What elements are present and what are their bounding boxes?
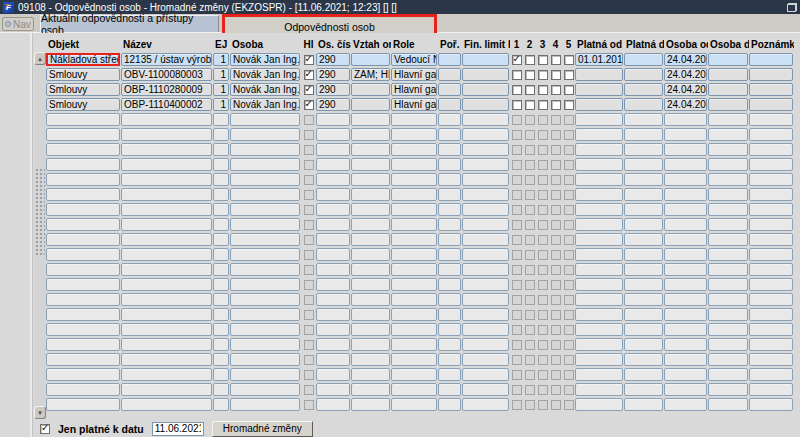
platna_do-cell bbox=[624, 368, 663, 381]
os_cislo-cell[interactable]: 290 bbox=[316, 98, 350, 111]
fin_limit-cell[interactable] bbox=[462, 98, 509, 111]
osoba-cell[interactable]: Novák Jan Ing. bbox=[230, 98, 300, 111]
c3-checkbox[interactable] bbox=[538, 70, 548, 80]
nazev-cell[interactable]: OBV-1100080003 bbox=[121, 68, 212, 81]
platna_od-cell[interactable] bbox=[575, 83, 623, 96]
osoba_do-cell bbox=[708, 173, 748, 186]
objekt-cell[interactable]: Nákladová střediska bbox=[46, 53, 120, 66]
restore-window-icon[interactable] bbox=[787, 3, 797, 12]
osoba_od-cell[interactable]: 24.04.2014 bbox=[664, 98, 707, 111]
osoba-cell[interactable]: Novák Jan Ing. bbox=[230, 53, 300, 66]
osoba-cell[interactable]: Novák Jan Ing. bbox=[230, 68, 300, 81]
hl-checkbox[interactable] bbox=[304, 55, 314, 65]
platna_od-cell[interactable]: 01.01.2014 bbox=[575, 53, 623, 66]
osoba_od-cell[interactable]: 24.04.2014 bbox=[664, 53, 707, 66]
c5-checkbox[interactable] bbox=[564, 55, 574, 65]
platna_do-cell[interactable] bbox=[624, 83, 663, 96]
osoba_do-cell[interactable] bbox=[708, 83, 748, 96]
bulk-changes-button[interactable]: Hromadné změny bbox=[212, 421, 313, 437]
ej-cell[interactable]: 1 bbox=[213, 68, 229, 81]
platna_do-cell[interactable] bbox=[624, 98, 663, 111]
only-valid-checkbox[interactable] bbox=[40, 424, 50, 434]
vztah_org-cell[interactable] bbox=[351, 83, 390, 96]
osoba_od-cell[interactable]: 24.04.2014 bbox=[664, 83, 707, 96]
c3-checkbox bbox=[538, 400, 548, 410]
c2-checkbox[interactable] bbox=[525, 85, 535, 95]
c3-checkbox[interactable] bbox=[538, 85, 548, 95]
osoba_do-cell[interactable] bbox=[708, 53, 748, 66]
c2-checkbox bbox=[525, 340, 535, 350]
role-cell[interactable]: Hlavní garant bbox=[391, 83, 437, 96]
vztah_org-cell bbox=[351, 338, 390, 351]
role-cell[interactable]: Vedoucí NS bbox=[391, 53, 437, 66]
nazev-cell[interactable]: OBP-1110400002 bbox=[121, 98, 212, 111]
os_cislo-cell[interactable]: 290 bbox=[316, 53, 350, 66]
c1-checkbox[interactable] bbox=[512, 85, 522, 95]
c3-checkbox[interactable] bbox=[538, 100, 548, 110]
c1-checkbox[interactable] bbox=[512, 55, 522, 65]
poznamka-cell bbox=[749, 338, 793, 351]
vztah_org-cell[interactable] bbox=[351, 53, 390, 66]
scroll-down-button[interactable]: ▼ bbox=[34, 406, 46, 419]
platna_do-cell[interactable] bbox=[624, 68, 663, 81]
poznamka-cell[interactable] bbox=[749, 98, 793, 111]
nazev-cell[interactable]: OBP-1110280009 bbox=[121, 83, 212, 96]
ej-cell[interactable]: 1 bbox=[213, 53, 229, 66]
hl-checkbox[interactable] bbox=[304, 70, 314, 80]
c5-checkbox[interactable] bbox=[564, 85, 574, 95]
platna_od-cell[interactable] bbox=[575, 68, 623, 81]
por-cell[interactable] bbox=[438, 68, 461, 81]
c4-checkbox[interactable] bbox=[551, 85, 561, 95]
c4-checkbox[interactable] bbox=[551, 100, 561, 110]
c1-checkbox[interactable] bbox=[512, 70, 522, 80]
nav-panel-tab[interactable]: Nav bbox=[2, 17, 34, 31]
objekt-cell[interactable]: Smlouvy bbox=[46, 83, 120, 96]
platna_do-cell[interactable] bbox=[624, 53, 663, 66]
scroll-up-button[interactable]: ▲ bbox=[34, 52, 46, 65]
role-cell[interactable]: Hlavní garant bbox=[391, 68, 437, 81]
c2-checkbox[interactable] bbox=[525, 100, 535, 110]
c1-checkbox[interactable] bbox=[512, 100, 522, 110]
ej-cell[interactable]: 1 bbox=[213, 83, 229, 96]
vertical-scrollbar[interactable]: ▲ ▼ bbox=[34, 52, 46, 419]
c5-checkbox[interactable] bbox=[564, 100, 574, 110]
c4-checkbox[interactable] bbox=[551, 70, 561, 80]
vztah_org-cell[interactable]: ZAM; HPP; bbox=[351, 68, 390, 81]
poznamka-cell[interactable] bbox=[749, 53, 793, 66]
table-row: SmlouvyOBP-11102800091Novák Jan Ing.290H… bbox=[46, 82, 798, 97]
por-cell[interactable] bbox=[438, 98, 461, 111]
fin_limit-cell[interactable] bbox=[462, 68, 509, 81]
platna_do-cell bbox=[624, 278, 663, 291]
ej-cell[interactable]: 1 bbox=[213, 98, 229, 111]
por-cell[interactable] bbox=[438, 83, 461, 96]
vztah_org-cell[interactable] bbox=[351, 98, 390, 111]
osoba_od-cell[interactable]: 24.04.2014 bbox=[664, 68, 707, 81]
osoba_do-cell[interactable] bbox=[708, 68, 748, 81]
nazev-cell[interactable]: 12135 / ústav výrobních s bbox=[121, 53, 212, 66]
objekt-cell[interactable]: Smlouvy bbox=[46, 68, 120, 81]
osoba_do-cell[interactable] bbox=[708, 98, 748, 111]
hl-checkbox[interactable] bbox=[304, 85, 314, 95]
c4-checkbox[interactable] bbox=[551, 55, 561, 65]
poznamka-cell[interactable] bbox=[749, 68, 793, 81]
platna_do-cell bbox=[624, 158, 663, 171]
hl-checkbox[interactable] bbox=[304, 100, 314, 110]
c3-checkbox[interactable] bbox=[538, 55, 548, 65]
poznamka-cell[interactable] bbox=[749, 83, 793, 96]
role-cell[interactable]: Hlavní garant bbox=[391, 98, 437, 111]
scrollbar-thumb[interactable] bbox=[35, 168, 45, 256]
osoba-cell[interactable]: Novák Jan Ing. bbox=[230, 83, 300, 96]
c5-checkbox[interactable] bbox=[564, 70, 574, 80]
valid-date-input[interactable] bbox=[152, 422, 204, 436]
os_cislo-cell[interactable]: 290 bbox=[316, 83, 350, 96]
platna_od-cell[interactable] bbox=[575, 98, 623, 111]
c2-checkbox[interactable] bbox=[525, 70, 535, 80]
tab-aktualni-odpovednosti[interactable]: Aktuální odpovědnosti a přístupy osob bbox=[40, 15, 219, 32]
por-cell[interactable] bbox=[438, 53, 461, 66]
fin_limit-cell[interactable] bbox=[462, 83, 509, 96]
platna_do-cell bbox=[624, 203, 663, 216]
objekt-cell[interactable]: Smlouvy bbox=[46, 98, 120, 111]
os_cislo-cell[interactable]: 290 bbox=[316, 68, 350, 81]
c2-checkbox[interactable] bbox=[525, 55, 535, 65]
fin_limit-cell[interactable] bbox=[462, 53, 509, 66]
